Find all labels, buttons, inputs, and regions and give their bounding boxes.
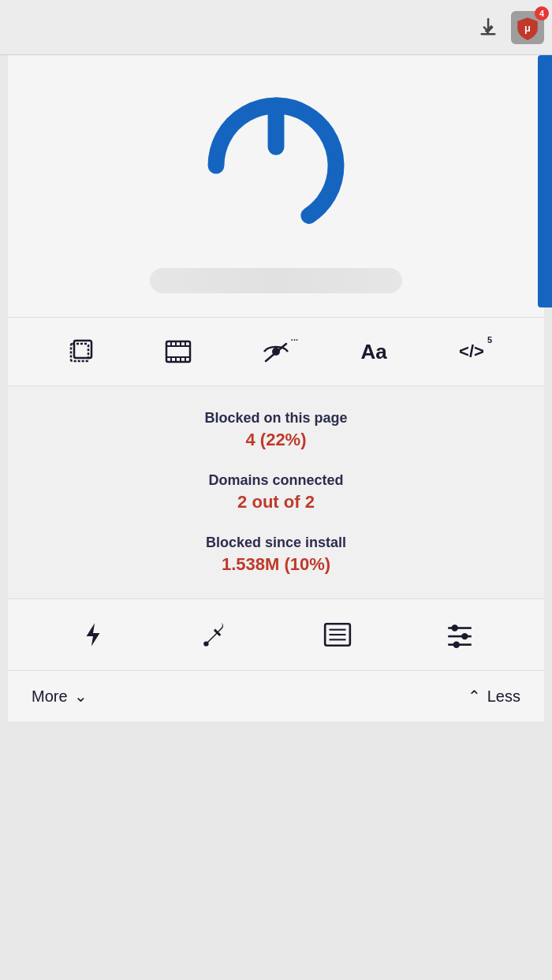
- domains-label: Domains connected: [208, 472, 343, 489]
- eye-slash-icon: [262, 337, 290, 366]
- svg-text:μ: μ: [524, 21, 531, 33]
- since-install-value: 1.538M (10%): [206, 554, 346, 575]
- eyedropper-icon: [200, 620, 230, 650]
- since-install-stat: Blocked since install 1.538M (10%): [206, 535, 346, 575]
- blue-strip: [538, 55, 552, 307]
- sliders-button[interactable]: [436, 615, 483, 654]
- power-section: [8, 55, 544, 318]
- stats-section: Blocked on this page 4 (22%) Domains con…: [8, 386, 544, 599]
- domains-value: 2 out of 2: [208, 492, 343, 512]
- more-button[interactable]: More ⌄: [32, 687, 88, 706]
- main-container: ··· Aa </> 5 Blocked on this page 4 (22%…: [8, 55, 544, 721]
- svg-rect-4: [166, 341, 190, 362]
- film-button[interactable]: [155, 332, 202, 371]
- chevron-up-icon: ⌃: [468, 687, 481, 706]
- typography-label: Aa: [360, 340, 386, 364]
- since-install-label: Blocked since install: [206, 535, 346, 551]
- code-label: </>: [459, 341, 484, 362]
- sliders-icon: [445, 620, 475, 650]
- download-button[interactable]: [473, 13, 503, 43]
- eye-slash-button[interactable]: ···: [252, 332, 300, 371]
- chevron-down-icon: ⌄: [74, 687, 88, 706]
- less-button[interactable]: ⌃ Less: [468, 687, 520, 706]
- svg-point-25: [461, 633, 468, 639]
- list-button[interactable]: [314, 615, 361, 654]
- more-less-row: More ⌄ ⌃ Less: [8, 671, 544, 721]
- eyedropper-button[interactable]: [192, 615, 239, 654]
- less-label: Less: [487, 687, 520, 706]
- blocked-label: Blocked on this page: [204, 410, 347, 427]
- top-bar: μ 4: [0, 0, 552, 55]
- list-icon: [323, 620, 352, 650]
- lightning-button[interactable]: [69, 615, 117, 654]
- typography-button[interactable]: Aa: [350, 332, 397, 371]
- svg-point-27: [453, 641, 459, 647]
- code-badge: 5: [487, 335, 492, 345]
- badge-count: 4: [535, 6, 549, 20]
- power-button[interactable]: [197, 87, 355, 244]
- url-bar: [150, 268, 402, 293]
- lightning-icon: [78, 620, 108, 650]
- code-button[interactable]: </> 5: [448, 332, 495, 371]
- ublock-badge[interactable]: μ 4: [511, 11, 544, 44]
- download-icon: [477, 17, 499, 39]
- blocked-stat: Blocked on this page 4 (22%): [204, 410, 347, 450]
- layers-icon: [66, 337, 95, 366]
- blocked-value: 4 (22%): [204, 430, 347, 450]
- bottom-toolbar: [8, 599, 544, 671]
- toolbar-row: ··· Aa </> 5: [8, 318, 544, 386]
- film-icon: [164, 337, 192, 366]
- power-icon: [201, 91, 351, 240]
- svg-point-23: [451, 624, 457, 631]
- svg-point-17: [203, 641, 208, 646]
- more-label: More: [32, 687, 68, 706]
- layers-button[interactable]: [57, 332, 104, 371]
- domains-stat: Domains connected 2 out of 2: [208, 472, 343, 512]
